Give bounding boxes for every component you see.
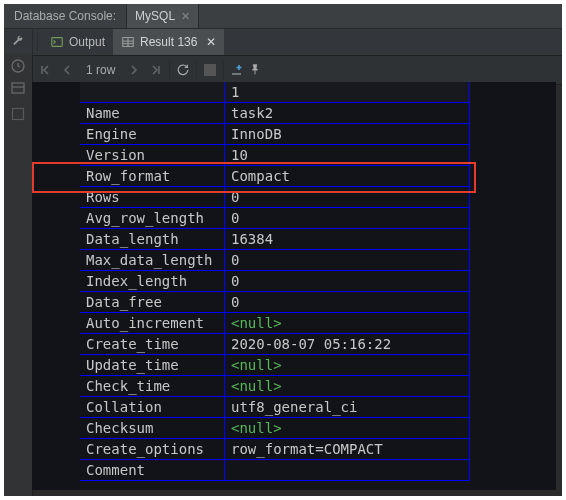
cell-value: 2020-08-07 05:16:22	[225, 334, 470, 355]
table-row[interactable]: Max_data_length0	[32, 250, 556, 271]
table-row[interactable]: Comment	[32, 460, 556, 481]
chevron-last-icon	[150, 64, 162, 76]
row-gutter	[32, 82, 80, 103]
nav-group: 1 row	[32, 61, 165, 79]
row-gutter	[32, 418, 80, 439]
chevron-right-icon	[129, 64, 139, 76]
result-label: Result 136	[140, 35, 197, 49]
output-label: Output	[69, 35, 105, 49]
layout-icon[interactable]	[10, 80, 26, 96]
reload-button[interactable]	[174, 61, 192, 79]
next-page-button[interactable]	[125, 61, 143, 79]
cell-value: Compact	[225, 166, 470, 187]
tab-label: MySQL	[135, 9, 175, 23]
table-icon	[121, 35, 135, 49]
result-grid[interactable]: 1Nametask2EngineInnoDBVersion10Row_forma…	[32, 82, 556, 490]
table-row[interactable]: Index_length0	[32, 271, 556, 292]
row-gutter	[32, 103, 80, 124]
table-row[interactable]: Update_time<null>	[32, 355, 556, 376]
cell-value: 1	[225, 82, 470, 103]
cell-key: Create_time	[80, 334, 225, 355]
cell-value: <null>	[225, 376, 470, 397]
close-icon[interactable]: ✕	[181, 10, 190, 23]
cell-key: Comment	[80, 460, 225, 481]
cell-value	[225, 460, 470, 481]
row-gutter	[32, 271, 80, 292]
cell-key: Version	[80, 145, 225, 166]
cell-value: <null>	[225, 313, 470, 334]
row-gutter	[32, 334, 80, 355]
table-row[interactable]: Auto_increment<null>	[32, 313, 556, 334]
table-row[interactable]: EngineInnoDB	[32, 124, 556, 145]
row-gutter	[32, 313, 80, 334]
cell-value: 0	[225, 292, 470, 313]
table-row[interactable]: Data_length16384	[32, 229, 556, 250]
cell-value: 10	[225, 145, 470, 166]
toolbar-nav: 1 row	[4, 56, 562, 85]
row-gutter	[32, 208, 80, 229]
reload-icon	[176, 63, 190, 77]
prev-page-button[interactable]	[58, 61, 76, 79]
row-count: 1 row	[80, 63, 121, 77]
cell-value: 0	[225, 187, 470, 208]
table-row[interactable]: Rows0	[32, 187, 556, 208]
pin-button[interactable]	[246, 61, 264, 79]
close-icon[interactable]: ✕	[206, 35, 216, 49]
cell-key: Update_time	[80, 355, 225, 376]
cell-value: InnoDB	[225, 124, 470, 145]
cell-key: Avg_row_length	[80, 208, 225, 229]
table-row[interactable]: Nametask2	[32, 103, 556, 124]
last-page-button[interactable]	[147, 61, 165, 79]
table-row[interactable]: Checksum<null>	[32, 418, 556, 439]
cell-key: Engine	[80, 124, 225, 145]
cell-key: Name	[80, 103, 225, 124]
tab-result[interactable]: Result 136 ✕	[113, 29, 224, 55]
separator	[169, 61, 170, 79]
row-gutter	[32, 250, 80, 271]
cell-key: Collation	[80, 397, 225, 418]
row-gutter	[32, 166, 80, 187]
cell-value: row_format=COMPACT	[225, 439, 470, 460]
table-row[interactable]: Row_formatCompact	[32, 166, 556, 187]
row-gutter	[32, 376, 80, 397]
cell-value: <null>	[225, 418, 470, 439]
panel-icon[interactable]	[10, 106, 26, 122]
table-row[interactable]: Collationutf8_general_ci	[32, 397, 556, 418]
chevron-left-icon	[62, 64, 72, 76]
tab-mysql[interactable]: MySQL ✕	[126, 4, 199, 28]
cell-key: Create_options	[80, 439, 225, 460]
table-row[interactable]: Data_free0	[32, 292, 556, 313]
table-row[interactable]: Check_time<null>	[32, 376, 556, 397]
svg-rect-0	[52, 38, 63, 47]
svg-rect-3	[12, 83, 24, 93]
cell-key	[80, 82, 225, 103]
first-page-button[interactable]	[36, 61, 54, 79]
separator	[223, 61, 224, 79]
table-row[interactable]: Create_time2020-08-07 05:16:22	[32, 334, 556, 355]
cell-value: task2	[225, 103, 470, 124]
cell-value: <null>	[225, 355, 470, 376]
row-gutter	[32, 292, 80, 313]
left-gutter	[4, 54, 33, 496]
cell-value: 0	[225, 250, 470, 271]
wrench-icon	[11, 35, 25, 49]
row-gutter	[32, 397, 80, 418]
table-row[interactable]: Avg_row_length0	[32, 208, 556, 229]
cell-key: Data_length	[80, 229, 225, 250]
table-row[interactable]: Version10	[32, 145, 556, 166]
row-gutter	[32, 355, 80, 376]
stop-button[interactable]	[201, 61, 219, 79]
cell-key: Auto_increment	[80, 313, 225, 334]
cell-value: 16384	[225, 229, 470, 250]
settings-button[interactable]	[4, 29, 33, 55]
cell-key: Max_data_length	[80, 250, 225, 271]
cell-key: Checksum	[80, 418, 225, 439]
row-gutter	[32, 124, 80, 145]
separator	[196, 61, 197, 79]
cell-key: Data_free	[80, 292, 225, 313]
clock-icon[interactable]	[10, 58, 26, 74]
add-row-button[interactable]	[228, 61, 246, 79]
tab-output[interactable]: Output	[42, 29, 113, 55]
table-row[interactable]: Create_optionsrow_format=COMPACT	[32, 439, 556, 460]
stop-icon	[204, 64, 216, 76]
